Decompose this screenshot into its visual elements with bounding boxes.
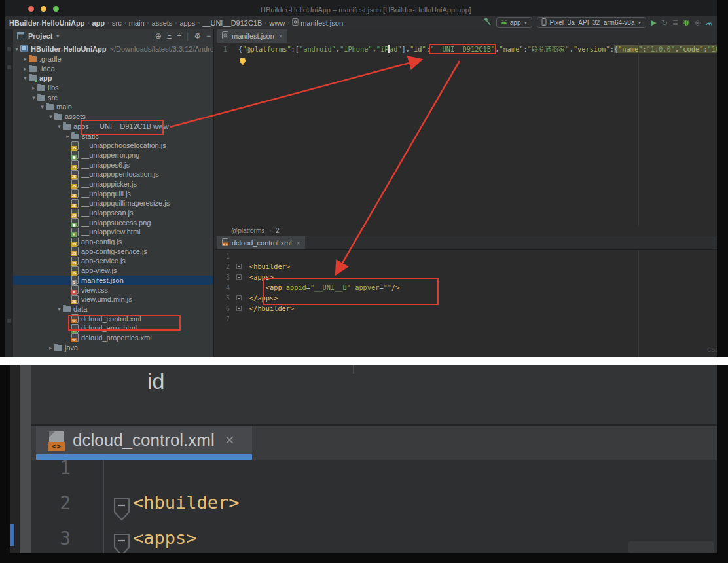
- xml-code-line[interactable]: 4 <app appid="__UNI__B" appver=""/>: [214, 282, 717, 293]
- chevron-open-icon[interactable]: ▾: [30, 94, 37, 101]
- chevron-closed-icon[interactable]: ▸: [30, 84, 37, 91]
- close-icon[interactable]: ×: [297, 240, 300, 247]
- settings-gear-icon[interactable]: ⚙: [194, 31, 201, 41]
- lightbulb-icon[interactable]: [240, 58, 246, 64]
- xml-code-line[interactable]: 3<apps>: [214, 272, 717, 282]
- android-icon: [501, 19, 507, 26]
- breadcrumb-item[interactable]: app: [92, 19, 105, 27]
- debug-bug-icon[interactable]: [683, 17, 690, 29]
- tab-dcloud-control-xml[interactable]: <> dcloud_control.xml ×: [217, 236, 305, 249]
- tree-row[interactable]: ▾main: [13, 102, 213, 112]
- tree-row[interactable]: Hdcloud_error.html: [13, 323, 213, 333]
- attach-debugger-icon[interactable]: ⎆: [695, 18, 701, 27]
- tree-row[interactable]: ▦__uniapperror.png: [13, 151, 213, 160]
- breadcrumb-item[interactable]: assets: [152, 19, 173, 27]
- xml-code-line[interactable]: 1: [214, 251, 717, 261]
- minimize-window-button[interactable]: [41, 6, 46, 12]
- xml-code-line[interactable]: 2<hbuilder>: [214, 261, 717, 272]
- tree-row[interactable]: #view.css: [13, 285, 213, 295]
- tree-row[interactable]: <>dcloud_properties.xml: [13, 333, 213, 343]
- editor1-code-area[interactable]: 1 {"@platforms":["android","iPhone","iPa…: [214, 43, 717, 223]
- fold-marker-icon[interactable]: [234, 295, 244, 300]
- breadcrumb-item[interactable]: www: [269, 19, 285, 27]
- tab-manifest-json[interactable]: manifest.json ×: [217, 29, 287, 43]
- tree-row[interactable]: JS__uniappquill.js: [13, 189, 213, 198]
- chevron-closed-icon[interactable]: ▸: [64, 133, 71, 139]
- restart-icon[interactable]: ↻: [661, 18, 668, 27]
- chevron-open-icon[interactable]: ▾: [13, 46, 20, 52]
- tree-row[interactable]: {}manifest.json: [13, 276, 213, 285]
- tree-row[interactable]: JSapp-config-service.js: [13, 246, 213, 256]
- chevron-down-icon[interactable]: ▼: [55, 33, 60, 39]
- tree-row[interactable]: JSapp-view.js: [13, 266, 213, 276]
- tree-row[interactable]: JSview.umd.min.js: [13, 295, 213, 304]
- tree-row[interactable]: ▾data: [13, 304, 213, 314]
- tree-row[interactable]: JS__uniappquillimageresize.js: [13, 198, 213, 208]
- breadcrumb-item[interactable]: apps: [179, 19, 195, 27]
- chevron-closed-icon[interactable]: ▸: [22, 65, 29, 72]
- chevron-closed-icon[interactable]: ▸: [47, 344, 54, 351]
- close-window-button[interactable]: [28, 6, 34, 12]
- tree-row[interactable]: ▸.idea: [13, 64, 213, 73]
- tree-row[interactable]: <>dcloud_control.xml: [13, 314, 213, 323]
- folder-icon: [54, 114, 62, 120]
- stripe-icon[interactable]: [7, 47, 11, 51]
- stripe-icon[interactable]: [7, 319, 11, 323]
- fold-marker-icon[interactable]: [234, 264, 244, 269]
- device-dropdown[interactable]: Pixel_3a_API_32_arm64-v8a ▼: [537, 17, 646, 28]
- tree-row[interactable]: ▾HBuilder-HelloUniApp~/Downloads/latest/…: [13, 45, 213, 54]
- fold-marker-icon[interactable]: [234, 306, 244, 311]
- breadcrumb-item[interactable]: main: [129, 19, 145, 27]
- tree-row[interactable]: ▾apps__UNI__D912C1Bwww: [13, 122, 213, 132]
- editor2-code-area[interactable]: 12<hbuilder>3<apps>4 <app appid="__UNI__…: [214, 251, 717, 357]
- maximize-window-button[interactable]: [53, 6, 59, 12]
- tree-row[interactable]: JS__uniapppicker.js: [13, 179, 213, 189]
- chevron-closed-icon[interactable]: ▸: [22, 56, 29, 62]
- run-configuration-dropdown[interactable]: app ▼: [496, 17, 533, 28]
- expand-collapse-icon[interactable]: ÷: [177, 31, 182, 41]
- tree-row[interactable]: ▾assets: [13, 112, 213, 122]
- tree-row[interactable]: ▦__uniappsuccess.png: [13, 217, 213, 227]
- xml-file-icon: <>: [222, 238, 228, 247]
- hide-panel-icon[interactable]: −: [206, 31, 211, 41]
- right-margin-guide: [638, 43, 639, 226]
- collapse-all-icon[interactable]: Ξ: [167, 31, 172, 41]
- run-play-icon[interactable]: ▶: [651, 18, 656, 27]
- xml-code-line[interactable]: 5</apps>: [214, 293, 717, 303]
- chevron-open-icon[interactable]: ▾: [56, 123, 63, 130]
- tree-row[interactable]: JSapp-service.js: [13, 256, 213, 266]
- breadcrumb-item[interactable]: HBuilder-HelloUniApp: [9, 19, 85, 27]
- breadcrumb-item[interactable]: __UNI__D912C1B: [202, 19, 262, 27]
- tree-row[interactable]: H__uniappview.html: [13, 227, 213, 237]
- tree-row[interactable]: JS__uniappopenlocation.js: [13, 170, 213, 179]
- chevron-open-icon[interactable]: ▾: [22, 75, 29, 81]
- breadcrumb-item[interactable]: @platforms: [231, 227, 264, 234]
- tree-row[interactable]: JS__uniappscan.js: [13, 208, 213, 218]
- tree-row[interactable]: JS__uniappes6.js: [13, 160, 213, 170]
- code-text: <hbuilder>: [249, 263, 290, 270]
- tree-row[interactable]: ▸java: [13, 342, 213, 352]
- xml-code-line[interactable]: 6</hbuilder>: [214, 303, 717, 314]
- tree-row[interactable]: ▸static: [13, 131, 213, 141]
- chevron-open-icon[interactable]: ▾: [56, 306, 63, 312]
- tree-row[interactable]: JSapp-config.js: [13, 237, 213, 247]
- project-panel-title[interactable]: Project: [28, 32, 52, 40]
- build-hammer-icon[interactable]: [482, 17, 492, 29]
- breadcrumb-item[interactable]: manifest.json: [292, 18, 343, 27]
- profiler-gauge-icon[interactable]: [705, 17, 713, 29]
- tree-row[interactable]: JS__uniappchooselocation.js: [13, 141, 213, 151]
- breadcrumb-item[interactable]: src: [112, 19, 122, 27]
- tree-item-label: app-config-service.js: [81, 247, 147, 255]
- xml-code-line[interactable]: 7: [214, 314, 717, 324]
- locate-target-icon[interactable]: ⊕: [155, 31, 162, 41]
- tree-row[interactable]: ▾app: [13, 73, 213, 83]
- columns-icon[interactable]: ≣: [672, 18, 678, 27]
- chevron-open-icon[interactable]: ▾: [39, 103, 46, 110]
- tree-row[interactable]: ▾src: [13, 92, 213, 102]
- chevron-open-icon[interactable]: ▾: [47, 113, 54, 120]
- tree-row[interactable]: ▸libs: [13, 83, 213, 93]
- fold-marker-icon[interactable]: [234, 274, 244, 280]
- stripe-icon[interactable]: [7, 65, 11, 69]
- close-icon[interactable]: ×: [279, 33, 283, 40]
- tree-row[interactable]: ▸.gradle: [13, 54, 213, 64]
